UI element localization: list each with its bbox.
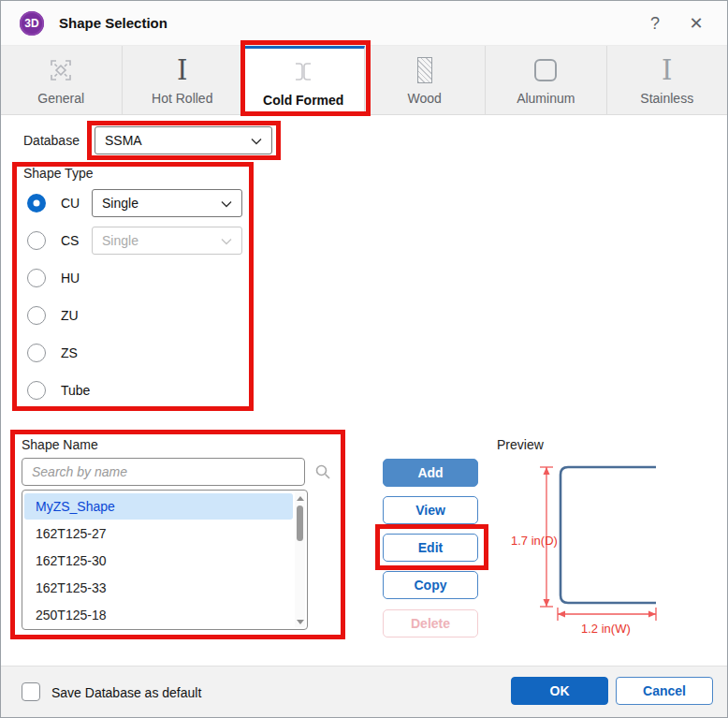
i-beam-icon: I [662, 56, 672, 84]
radio-label: CU [61, 196, 80, 211]
chevron-down-icon [221, 233, 232, 248]
list-item[interactable]: MyZS_Shape [24, 493, 293, 520]
cancel-button[interactable]: Cancel [616, 677, 713, 705]
tab-label: General [37, 91, 84, 106]
add-button[interactable]: Add [383, 459, 478, 487]
list-item[interactable]: 162T125-33 [24, 575, 293, 601]
footer-bar: Save Database as default OK Cancel [1, 666, 727, 717]
shape-type-label: Shape Type [23, 166, 93, 181]
list-item[interactable]: 162T125-27 [24, 520, 293, 547]
chevron-down-icon [221, 196, 232, 211]
shape-type-option-cu: CU [27, 194, 80, 212]
dropdown-value: Single [102, 233, 138, 248]
help-button[interactable]: ? [643, 11, 667, 36]
radio-label: ZS [61, 345, 78, 360]
cold-formed-channels-icon [291, 58, 315, 86]
tab-label: Stainless [640, 91, 693, 106]
radio-tube[interactable] [27, 381, 46, 400]
tab-label: Aluminum [517, 91, 575, 106]
i-beam-icon: I [177, 56, 187, 84]
wood-section-icon [417, 56, 432, 84]
radio-label: Tube [61, 383, 90, 398]
list-item[interactable]: 162T125-30 [24, 548, 293, 574]
depth-dimension-label: 1.7 in(D) [511, 534, 558, 548]
preview-label: Preview [497, 437, 544, 452]
chevron-down-icon [251, 133, 262, 148]
view-button[interactable]: View [383, 496, 478, 524]
shape-search-input[interactable] [22, 458, 305, 486]
tab-label: Hot Rolled [152, 91, 212, 106]
database-dropdown[interactable]: SSMA [95, 126, 272, 154]
radio-cs[interactable] [27, 231, 46, 250]
shape-selection-dialog: 3D Shape Selection ? ✕ General I Hot Rol… [0, 0, 728, 718]
tab-wood[interactable]: Wood [365, 46, 487, 115]
list-item[interactable]: 250T125-18 [24, 602, 293, 628]
tab-general[interactable]: General [1, 46, 123, 115]
radio-label: CS [61, 233, 79, 248]
scrollbar-thumb[interactable] [297, 506, 303, 541]
tab-label: Cold Formed [263, 93, 343, 108]
edit-button[interactable]: Edit [383, 534, 478, 562]
radio-zu[interactable] [27, 306, 46, 325]
ok-button[interactable]: OK [511, 677, 608, 705]
list-scrollbar[interactable] [295, 492, 305, 627]
shape-name-list: MyZS_Shape 162T125-27 162T125-30 162T125… [22, 490, 308, 630]
database-label: Database [23, 133, 80, 148]
radio-label: HU [61, 271, 80, 286]
tab-hot-rolled[interactable]: I Hot Rolled [123, 46, 244, 115]
radio-hu[interactable] [27, 269, 46, 287]
copy-button[interactable]: Copy [383, 571, 478, 599]
shape-type-option-zu: ZU [27, 306, 79, 325]
app-logo-icon: 3D [20, 11, 44, 36]
radio-label: ZU [61, 308, 79, 323]
general-shape-icon [49, 56, 73, 84]
scroll-down-icon[interactable] [295, 616, 305, 627]
cu-single-dropdown[interactable]: Single [92, 189, 242, 217]
save-database-checkbox[interactable] [22, 682, 40, 701]
shape-type-option-hu: HU [27, 269, 80, 287]
tab-label: Wood [408, 91, 442, 106]
shape-type-option-cs: CS [27, 231, 79, 250]
tab-aluminum[interactable]: Aluminum [486, 46, 607, 115]
delete-button: Delete [383, 609, 478, 637]
scroll-up-icon[interactable] [295, 492, 305, 504]
radio-zs[interactable] [27, 344, 46, 362]
search-icon[interactable] [311, 460, 335, 484]
tab-cold-formed[interactable]: Cold Formed [243, 46, 365, 115]
width-dimension-label: 1.2 in(W) [581, 622, 631, 636]
tab-stainless[interactable]: I Stainless [607, 46, 728, 115]
close-button[interactable]: ✕ [684, 11, 708, 36]
tab-bar: General I Hot Rolled Cold Formed Wood Al… [1, 46, 727, 115]
shape-type-option-tube: Tube [27, 381, 90, 400]
shape-type-option-zs: ZS [27, 344, 78, 362]
title-bar: 3D Shape Selection ? ✕ [1, 1, 727, 46]
save-database-label: Save Database as default [51, 685, 201, 700]
aluminum-section-icon [534, 56, 557, 84]
shape-preview-drawing: 1.7 in(D) 1.2 in(W) [495, 456, 723, 643]
database-dropdown-value: SSMA [105, 133, 142, 148]
dropdown-value: Single [102, 196, 138, 211]
shape-name-label: Shape Name [22, 437, 98, 452]
radio-cu[interactable] [27, 194, 46, 212]
dialog-title: Shape Selection [59, 15, 167, 31]
cs-single-dropdown: Single [92, 227, 242, 255]
